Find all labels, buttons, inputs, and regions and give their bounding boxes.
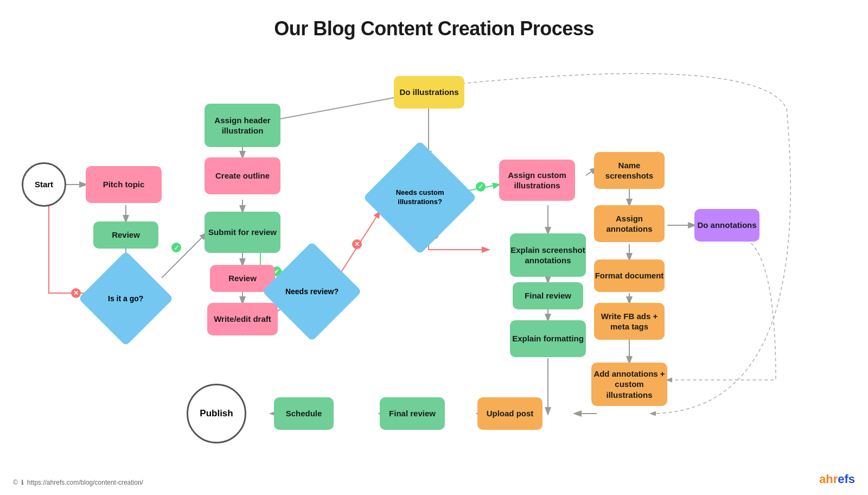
svg-line-5 [162,233,206,278]
assign-annotations-label: Assign annotations [594,213,665,234]
do-illustrations-node: Do illustrations [394,76,464,109]
brand-orange: ahr [819,472,838,486]
schedule-label: Schedule [286,408,322,419]
explain-screenshot-label: Explain screenshot annotations [510,245,586,266]
svg-point-16 [352,239,362,249]
format-document-node: Format document [594,259,665,292]
publish-node: Publish [187,384,246,443]
needs-review-container: Needs review? [277,256,347,327]
add-annotations-node: Add annotations + custom illustrations [591,363,667,406]
final-review1-label: Final review [525,290,571,301]
svg-text:✓: ✓ [174,244,179,252]
assign-custom-label: Assign custom illustrations [499,170,575,191]
svg-line-18 [465,185,499,191]
create-outline-node: Create outline [205,157,280,194]
review1-label: Review [112,230,140,240]
pitch-topic-node: Pitch topic [86,166,162,203]
needs-custom-container: Needs custom illustrations? [380,157,460,238]
name-screenshots-node: Name screenshots [594,152,665,189]
assign-header-label: Assign header illustration [205,115,280,136]
is-it-a-go-container: Is it a go? [92,265,159,332]
assign-annotations-node: Assign annotations [594,205,665,242]
submit-for-review-node: Submit for review [205,212,280,253]
explain-formatting-label: Explain formatting [512,333,584,344]
publish-label: Publish [200,408,233,420]
schedule-node: Schedule [274,397,334,430]
final-review1-node: Final review [513,282,583,309]
pitch-topic-label: Pitch topic [103,179,145,190]
submit-for-review-label: Submit for review [208,227,277,238]
add-annotations-label: Add annotations + custom illustrations [591,369,667,401]
footer-left: © ℹ https://ahrefs.com/blog/content-crea… [13,479,143,486]
svg-text:✕: ✕ [354,240,360,248]
svg-point-3 [71,288,81,298]
start-label: Start [35,179,53,190]
svg-point-19 [476,182,486,192]
upload-post-label: Upload post [487,408,534,419]
start-node: Start [22,162,66,207]
assign-custom-node: Assign custom illustrations [499,160,575,201]
upload-post-node: Upload post [477,397,542,430]
write-fb-node: Write FB ads + meta tags [594,303,665,340]
svg-text:✕: ✕ [73,289,79,297]
footer-brand: ahrefs [819,472,855,486]
svg-point-6 [171,243,181,252]
create-outline-label: Create outline [215,170,270,181]
page: Our Blog Content Creation Process ✕ [0,0,868,495]
copyright-icon: © [13,479,18,486]
format-document-label: Format document [595,270,664,281]
final-review2-label: Final review [389,408,436,419]
assign-header-node: Assign header illustration [205,104,280,147]
footer-url: https://ahrefs.com/blog/content-creation… [27,479,143,486]
svg-text:✓: ✓ [478,183,483,191]
name-screenshots-label: Name screenshots [594,160,665,181]
explain-formatting-node: Explain formatting [510,320,586,357]
review2-label: Review [228,273,257,284]
needs-review-label: Needs review? [285,287,339,296]
write-edit-node: Write/edit draft [207,303,278,335]
do-annotations-label: Do annotations [697,220,756,231]
info-icon: ℹ [21,479,24,486]
final-review2-node: Final review [380,397,445,430]
review1-node: Review [93,221,158,249]
explain-screenshot-node: Explain screenshot annotations [510,233,586,277]
do-illustrations-label: Do illustrations [399,87,458,98]
write-fb-label: Write FB ads + meta tags [594,311,665,332]
do-annotations-node: Do annotations [694,209,760,242]
needs-custom-label: Needs custom illustrations? [380,188,460,207]
brand-blue: efs [838,472,855,486]
write-edit-label: Write/edit draft [214,314,271,325]
is-it-a-go-label: Is it a go? [108,294,143,303]
page-title: Our Blog Content Creation Process [0,0,868,40]
